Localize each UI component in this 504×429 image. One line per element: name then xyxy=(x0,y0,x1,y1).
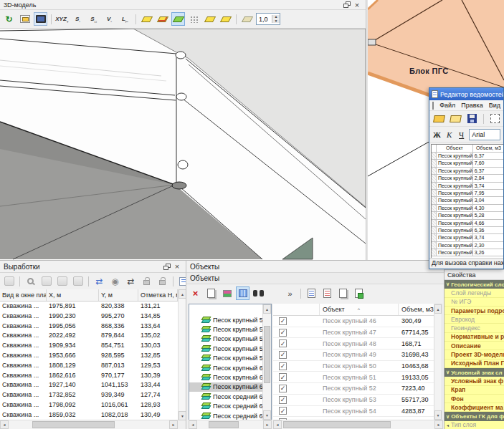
close-button[interactable]: × xyxy=(352,0,362,9)
property-row[interactable]: Коэффициент ма xyxy=(444,403,504,412)
properties-scroll-left[interactable]: ◄ xyxy=(446,423,450,428)
list-item[interactable]: Песок средний 64 xyxy=(189,402,271,411)
boreholes-vscrollbar[interactable]: ▲ ▼ xyxy=(178,289,186,420)
points-cloud-icon[interactable] xyxy=(187,12,201,26)
find-icon[interactable] xyxy=(252,286,265,300)
list-item[interactable]: Песок крупный 62 xyxy=(189,382,271,392)
ledger-row[interactable]: Песок крупный 27,60 xyxy=(432,160,504,167)
checkbox[interactable]: ✓ xyxy=(279,339,287,347)
property-row[interactable]: Тип слоя xyxy=(444,421,504,429)
borehole-row[interactable]: Скважина ...1953,666928,595132,85 xyxy=(0,351,178,361)
list-item[interactable]: Песок крупный 58 xyxy=(189,344,271,353)
borehole-row[interactable]: Скважина ...1732,852939,349127,74 xyxy=(0,390,178,400)
copy-document-icon[interactable] xyxy=(336,286,350,300)
scroll-right-button[interactable]: ► xyxy=(263,420,272,429)
spinner-arrows[interactable]: ▲▼ xyxy=(272,15,280,23)
section-arrow-icon[interactable] xyxy=(240,12,254,26)
property-row[interactable]: Геоиндекс xyxy=(444,324,504,332)
borehole-delete-icon[interactable] xyxy=(71,274,85,288)
list-item[interactable]: Песок крупный 57 xyxy=(189,334,271,344)
borders-icon[interactable] xyxy=(488,112,502,125)
overflow-chevron[interactable]: » xyxy=(283,286,297,300)
object-table-row[interactable]: ✓Песок крупный 5119133,05 xyxy=(273,372,434,383)
surface-area-icon[interactable]: S▫ xyxy=(71,12,85,26)
column-header-object[interactable]: Объект xyxy=(437,145,473,153)
object-table-row[interactable]: ✓Песок крупный 48168,71 xyxy=(273,338,434,350)
scroll-left-button[interactable]: ◄ xyxy=(189,420,197,429)
table-icon[interactable] xyxy=(55,274,69,288)
property-row[interactable]: Исходный План Ге xyxy=(444,360,504,368)
ledger-row[interactable]: Песок крупный 22,84 xyxy=(432,175,504,182)
transfer-icon[interactable]: ⇄ xyxy=(124,274,138,288)
scroll-left-button[interactable]: ◄ xyxy=(273,420,282,429)
object-table-row[interactable]: ✓Песок крупный 527223,40 xyxy=(273,383,434,395)
list-item[interactable]: Песок средний 63 xyxy=(189,392,271,401)
property-section[interactable]: ∨Объекты ГК для ф xyxy=(444,412,504,420)
float-button[interactable] xyxy=(162,262,172,271)
font-select[interactable]: Arial xyxy=(469,129,500,140)
ledger-row[interactable]: Песок крупный 24,66 xyxy=(432,220,504,227)
scroll-down-button[interactable]: ▼ xyxy=(434,410,442,420)
save-icon[interactable] xyxy=(465,112,479,125)
dxf-export-icon[interactable] xyxy=(18,12,32,26)
ledger-row[interactable]: Песок крупный 33,26 xyxy=(432,249,504,256)
property-row[interactable]: Параметры подро xyxy=(444,307,504,315)
boreholes-hscrollbar[interactable]: ◄ ► xyxy=(0,420,178,429)
object-table-row[interactable]: ✓Песок крупный 5010463,68 xyxy=(273,361,434,372)
xyz-coordinates-icon[interactable]: XYZ+ xyxy=(55,12,69,26)
editor-titlebar[interactable]: Редактор ведомостей - xyxy=(429,88,503,100)
table-vscrollbar[interactable]: ▲ ▼ xyxy=(434,304,442,420)
borehole-row[interactable]: Скважина ...1798,0921016,061128,93 xyxy=(0,400,178,410)
property-row[interactable]: Еврокод xyxy=(444,315,504,324)
layer-axes-icon[interactable] xyxy=(156,12,169,26)
property-row[interactable]: Проект 3D-модель xyxy=(444,350,504,359)
scroll-thumb[interactable] xyxy=(32,421,115,428)
volume-icon[interactable]: V▫ xyxy=(103,12,116,26)
menu-view[interactable]: Вид xyxy=(489,102,500,109)
ledger-row[interactable]: Песок крупный 25,28 xyxy=(432,212,504,219)
property-row[interactable]: Условный знак ф xyxy=(444,377,504,385)
lock-icon[interactable] xyxy=(140,274,153,288)
borehole-row[interactable]: Скважина ...1909,934854,751130,03 xyxy=(0,341,178,351)
table-hscrollbar[interactable]: ◄ ► xyxy=(273,420,443,429)
checkbox[interactable]: ✓ xyxy=(279,329,287,337)
ledger-row[interactable]: Песок крупный 22,30 xyxy=(432,242,504,249)
column-header-h[interactable]: Отметка H, м xyxy=(138,289,178,301)
column-header-volume[interactable]: Объем, м3 xyxy=(399,304,434,315)
move-points-icon[interactable]: ⇄ xyxy=(92,274,106,288)
scroll-down-button[interactable]: ▼ xyxy=(263,410,271,420)
property-row[interactable]: Слой легенды xyxy=(444,289,504,297)
scroll-thumb[interactable] xyxy=(209,421,239,428)
scroll-right-button[interactable]: ► xyxy=(434,420,443,429)
borehole-row[interactable]: Скважина ...1990,230995,270134,85 xyxy=(0,312,178,322)
export-document-icon[interactable] xyxy=(352,286,366,300)
scale-spinner[interactable]: 1,0 ▲▼ xyxy=(256,13,280,25)
import-icon[interactable] xyxy=(449,112,462,125)
property-row[interactable]: Крап xyxy=(444,386,504,395)
object-table-row[interactable]: ✓Песок крупный 5355717,30 xyxy=(273,395,434,406)
list-item[interactable]: Песок крупный 56 xyxy=(189,324,271,334)
checkbox[interactable]: ✓ xyxy=(279,373,287,381)
property-row[interactable]: Описание xyxy=(444,342,504,350)
ledger-row[interactable]: Песок крупный 23,74 xyxy=(432,183,504,190)
length-icon[interactable]: L⊢ xyxy=(118,12,132,26)
scroll-thumb[interactable] xyxy=(283,421,391,428)
report-icon[interactable] xyxy=(305,286,318,300)
grid-report-icon[interactable] xyxy=(320,286,334,300)
property-row[interactable]: № ИГЭ xyxy=(444,298,504,307)
plane-area-icon[interactable]: S□ xyxy=(87,12,100,26)
property-section[interactable]: ∨Условный знак сл xyxy=(444,368,504,377)
checkbox[interactable]: ✓ xyxy=(279,317,287,325)
bold-button[interactable]: Ж xyxy=(432,129,442,140)
open-icon[interactable] xyxy=(432,112,446,125)
ledger-row[interactable]: Песок крупный 26,37 xyxy=(432,153,504,160)
scroll-right-button[interactable]: ► xyxy=(169,420,178,429)
property-row[interactable]: Фон xyxy=(444,395,504,403)
borehole-row[interactable]: Скважина ...1927,1401041,153133,44 xyxy=(0,380,178,390)
column-header-view[interactable]: Вид в окне плана xyxy=(0,289,47,301)
checkbox[interactable]: ✓ xyxy=(279,385,287,392)
refresh-icon[interactable]: ↻ xyxy=(2,12,16,26)
scroll-up-button[interactable]: ▲ xyxy=(434,304,442,314)
menu-edit[interactable]: Правка xyxy=(461,102,482,109)
column-header-volume[interactable]: Объем, м3 xyxy=(473,145,504,153)
